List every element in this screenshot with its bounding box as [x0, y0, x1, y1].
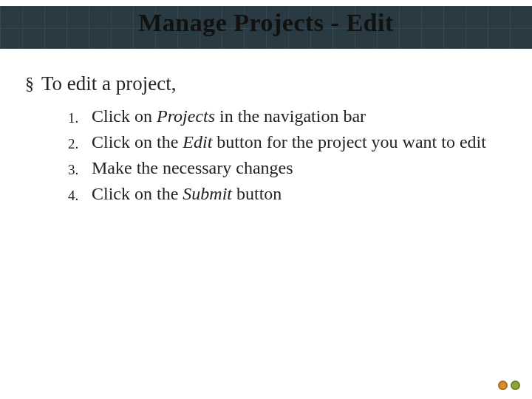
numbered-list: 1. Click on Projects in the navigation b…: [68, 105, 507, 207]
list-number: 4.: [68, 183, 92, 207]
text-segment: in the navigation bar: [215, 106, 366, 126]
slide-title: Manage Projects - Edit: [0, 9, 532, 37]
list-text: Click on the Submit button: [92, 183, 507, 205]
list-text: Click on Projects in the navigation bar: [92, 105, 507, 127]
list-number: 3.: [68, 157, 92, 181]
list-item: 1. Click on Projects in the navigation b…: [68, 105, 507, 129]
list-text: Click on the Edit button for the project…: [92, 131, 507, 153]
list-number: 2.: [68, 131, 92, 155]
bullet-text: To edit a project,: [41, 71, 177, 96]
dot-icon: [511, 381, 520, 390]
bullet-item: § To edit a project,: [25, 71, 507, 96]
emphasized-term: Projects: [157, 106, 215, 126]
list-item: 2. Click on the Edit button for the proj…: [68, 131, 507, 155]
text-segment: button for the project you want to edit: [212, 132, 486, 151]
bullet-marker: §: [25, 71, 41, 95]
emphasized-term: Submit: [183, 184, 232, 203]
list-item: 3. Make the necessary changes: [68, 157, 507, 181]
text-segment: Click on the: [92, 132, 183, 151]
list-number: 1.: [68, 105, 92, 129]
list-text: Make the necessary changes: [92, 157, 507, 179]
text-segment: Click on: [92, 106, 157, 126]
list-item: 4. Click on the Submit button: [68, 183, 507, 207]
text-segment: Make the necessary changes: [92, 158, 293, 177]
dot-icon: [498, 381, 508, 390]
text-segment: Click on the: [92, 184, 183, 203]
text-segment: button: [232, 184, 282, 203]
content-area: § To edit a project, 1. Click on Project…: [25, 71, 507, 208]
emphasized-term: Edit: [183, 132, 212, 151]
footer-decoration: [498, 381, 520, 390]
slide: Manage Projects - Edit § To edit a proje…: [0, 0, 532, 399]
